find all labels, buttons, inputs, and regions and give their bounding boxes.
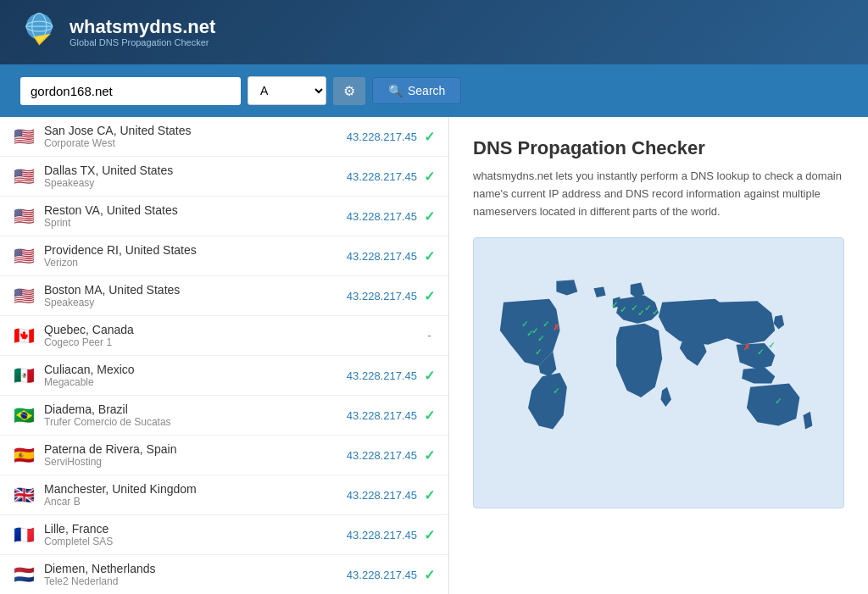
city-name: San Jose CA, United States [44,124,347,137]
isp-name: Cogeco Peer 1 [44,336,427,348]
ip-address: 43.228.217.45 [347,290,417,303]
results-panel: 🇺🇸San Jose CA, United StatesCorporate We… [0,117,449,594]
city-name: Quebec, Canada [44,323,427,336]
ip-address: 43.228.217.45 [347,489,417,502]
map-svg: ✓ ✓ ✓ ✓ ✓ ✓ ✓ ✓ ✓ ✓ ✓ ✓ ✓ ✓ ✓ ✓ [482,247,835,499]
result-row: 🇺🇸Reston VA, United StatesSprint43.228.2… [0,197,448,236]
isp-name: Ancar B [44,496,347,508]
location-info: San Jose CA, United StatesCorporate West [44,124,347,149]
logo-text: whatsmydns.net Global DNS Propagation Ch… [70,17,215,47]
result-row: 🇺🇸San Jose CA, United StatesCorporate We… [0,117,448,157]
ip-address: 43.228.217.45 [347,250,417,263]
marker-check-6: ✓ [535,348,542,358]
city-name: Dallas TX, United States [44,164,347,177]
isp-name: Completel SAS [44,536,347,547]
isp-name: Trufer Comercio de Sucatas [44,416,347,428]
location-info: Reston VA, United StatesSprint [44,203,347,229]
ip-address: 43.228.217.45 [347,130,417,143]
status-check-icon: ✓ [424,567,435,583]
location-info: Culiacan, MexicoMegacable [44,363,347,388]
result-row: 🇧🇷Diadema, BrazilTrufer Comercio de Suca… [0,396,448,436]
result-row: 🇪🇸Paterna de Rivera, SpainServiHosting43… [0,436,448,475]
header: whatsmydns.net Global DNS Propagation Ch… [0,0,868,64]
status-check-icon: ✓ [424,288,435,304]
isp-name: Tele2 Nederland [44,575,347,587]
search-button[interactable]: 🔍 Search [372,77,461,104]
country-flag: 🇺🇸 [14,126,36,147]
city-name: Paterna de Rivera, Spain [44,442,347,456]
location-info: Quebec, CanadaCogeco Peer 1 [44,323,427,348]
search-bar: A AAAA CNAME MX NS PTR SOA SRV TXT ⚙ 🔍 S… [0,64,868,117]
result-row: 🇬🇧Manchester, United KingdomAncar B43.22… [0,475,448,515]
country-flag: 🇨🇦 [14,325,36,346]
info-panel: DNS Propagation Checker whatsmydns.net l… [449,117,868,594]
location-info: Boston MA, United StatesSpeakeasy [44,283,347,308]
location-info: Dallas TX, United StatesSpeakeasy [44,164,347,189]
city-name: Providence RI, United States [44,243,347,257]
city-name: Lille, France [44,522,347,536]
dns-checker-description: whatsmydns.net lets you instantly perfor… [473,168,844,220]
city-name: Boston MA, United States [44,283,347,297]
result-row: 🇺🇸Dallas TX, United StatesSpeakeasy43.22… [0,157,448,197]
ip-address: 43.228.217.45 [347,529,417,541]
status-check-icon: ✓ [424,169,435,185]
marker-check-3: ✓ [537,334,544,343]
result-row: 🇺🇸Boston MA, United StatesSpeakeasy43.22… [0,276,448,316]
isp-name: Sprint [44,217,347,229]
marker-check-12: ✓ [652,308,659,317]
country-flag: 🇪🇸 [14,445,36,465]
city-name: Reston VA, United States [44,203,347,217]
location-info: Lille, FranceCompletel SAS [44,522,347,547]
domain-input[interactable] [20,77,241,105]
isp-name: Speakeasy [44,177,347,189]
status-dash: - [427,329,431,342]
result-row: 🇺🇸Providence RI, United StatesVerizon43.… [0,236,448,276]
location-info: Manchester, United KingdomAncar B [44,482,347,508]
country-flag: 🇬🇧 [14,485,36,505]
dns-checker-title: DNS Propagation Checker [473,137,844,159]
main-content: 🇺🇸San Jose CA, United StatesCorporate We… [0,117,868,594]
marker-x-1: ✗ [553,323,559,332]
isp-name: Corporate West [44,137,347,149]
ip-address: 43.228.217.45 [347,369,417,382]
marker-check-13: ✓ [611,301,618,310]
isp-name: ServiHosting [44,456,347,468]
status-check-icon: ✓ [424,408,435,424]
marker-check-7: ✓ [553,386,559,396]
status-check-icon: ✓ [424,129,435,145]
status-check-icon: ✓ [424,248,435,264]
city-name: Diemen, Netherlands [44,562,347,575]
country-flag: 🇳🇱 [14,564,36,585]
country-flag: 🇺🇸 [14,206,36,226]
marker-check-14: ✓ [757,348,764,358]
marker-check-15: ✓ [768,341,775,350]
country-flag: 🇺🇸 [14,286,36,306]
city-name: Diadema, Brazil [44,402,347,416]
location-info: Providence RI, United StatesVerizon [44,243,347,269]
status-check-icon: ✓ [424,527,435,543]
isp-name: Megacable [44,376,347,388]
city-name: Manchester, United Kingdom [44,482,347,496]
logo-area: whatsmydns.net Global DNS Propagation Ch… [20,12,215,53]
status-check-icon: ✓ [424,487,435,503]
country-flag: 🇧🇷 [14,405,36,425]
marker-check-9: ✓ [631,303,637,313]
search-button-label: Search [408,84,445,97]
marker-check-8: ✓ [620,306,626,315]
record-type-select[interactable]: A AAAA CNAME MX NS PTR SOA SRV TXT [248,76,326,105]
ip-address: 43.228.217.45 [347,170,417,183]
marker-check-1: ✓ [521,319,528,329]
marker-check-5: ✓ [542,319,549,329]
result-row: 🇫🇷Lille, FranceCompletel SAS43.228.217.4… [0,515,448,555]
status-check-icon: ✓ [424,447,435,464]
marker-check-11: ✓ [644,303,651,313]
status-check-icon: ✓ [424,368,435,384]
country-flag: 🇺🇸 [14,246,36,266]
ip-address: 43.228.217.45 [347,569,417,581]
ip-address: 43.228.217.45 [347,449,417,462]
settings-button[interactable]: ⚙ [333,77,365,105]
site-tagline: Global DNS Propagation Checker [70,37,215,47]
site-name: whatsmydns.net [70,17,215,37]
search-icon: 🔍 [388,84,403,97]
country-flag: 🇺🇸 [14,166,36,186]
